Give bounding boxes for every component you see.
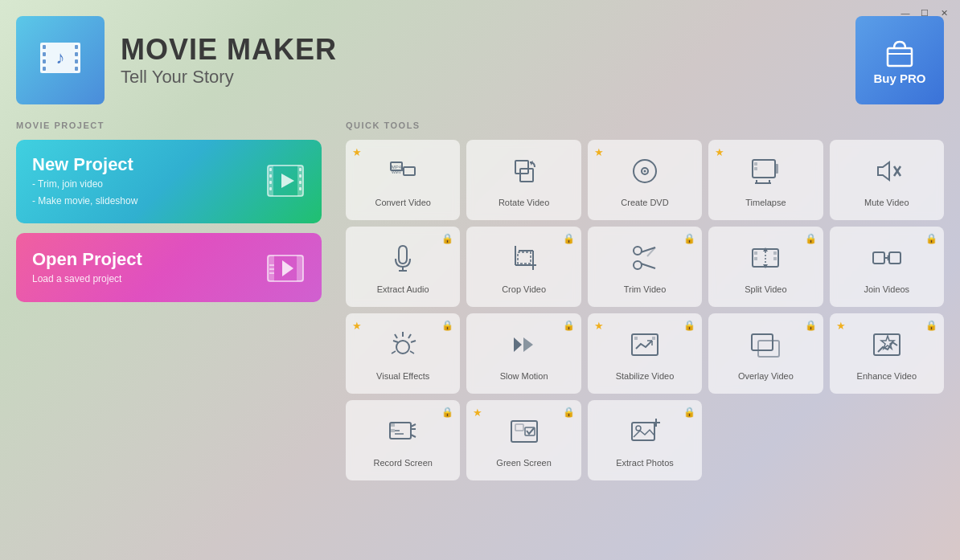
buy-pro-button[interactable]: Buy PRO [855,16,944,104]
star-icon: ★ [594,146,604,158]
enhance-video-icon [872,329,902,366]
enhance-video-label: Enhance Video [857,370,917,382]
svg-rect-17 [269,168,272,171]
tool-overlay-video[interactable]: 🔒Overlay Video [708,313,823,394]
stabilize-video-icon [630,329,660,366]
tool-timelapse[interactable]: ★Timelapse [708,140,823,220]
open-project-button[interactable]: Open Project Load a saved project [16,233,322,302]
svg-rect-84 [634,337,638,340]
svg-rect-7 [75,45,78,49]
tool-create-dvd[interactable]: ★Create DVD [588,140,702,220]
svg-marker-82 [523,337,533,352]
new-project-title: New Project [32,154,137,175]
svg-rect-21 [299,168,302,171]
lock-icon: 🔒 [683,320,695,331]
mute-video-icon [872,156,902,192]
tool-convert-video[interactable]: ★MP4WMVConvert Video [346,140,460,220]
trim-video-icon [630,243,660,279]
app-subtitle: Tell Your Story [121,67,337,88]
tool-split-video[interactable]: 🔒Split Video [708,227,823,307]
timelapse-label: Timelapse [745,197,786,208]
svg-line-80 [410,351,414,354]
tool-record-screen[interactable]: 🔒Record Screen [346,400,460,480]
tool-mute-video[interactable]: Mute Video [830,140,944,220]
lock-icon: 🔒 [805,233,817,244]
svg-rect-88 [752,334,773,350]
svg-marker-25 [281,174,294,188]
lock-icon: 🔒 [925,233,937,244]
green-screen-icon [509,416,539,452]
new-project-icon [265,161,306,202]
overlay-video-label: Overlay Video [738,370,794,382]
svg-rect-4 [43,52,46,56]
svg-rect-23 [299,181,302,184]
mute-video-label: Mute Video [864,197,909,208]
lock-icon: 🔒 [683,407,695,418]
create-dvd-label: Create DVD [621,197,668,208]
svg-rect-28 [297,255,303,281]
tool-crop-video[interactable]: 🔒Crop Video [466,227,581,307]
record-screen-icon [388,416,418,452]
tool-extract-photos[interactable]: 🔒Extract Photos [588,400,702,480]
extract-photos-label: Extract Photos [616,457,674,468]
open-project-desc: Load a saved project [32,272,142,287]
buy-pro-label: Buy PRO [873,72,925,85]
svg-marker-49 [878,162,889,180]
svg-rect-19 [269,181,272,184]
svg-rect-10 [75,67,78,71]
svg-rect-89 [758,341,779,357]
svg-rect-6 [43,67,46,71]
tool-extract-audio[interactable]: 🔒Extract Audio [346,227,460,307]
tool-slow-motion[interactable]: 🔒Slow Motion [466,313,581,394]
slow-motion-icon [509,329,539,366]
new-project-desc1: - Trim, join video [32,177,137,192]
svg-rect-70 [873,252,884,264]
tool-visual-effects[interactable]: ★🔒Visual Effects [346,313,460,394]
split-video-icon [750,243,781,279]
left-panel: MOVIE PROJECT New Project - Trim, join v… [16,121,322,480]
minimize-button[interactable]: — [899,6,912,19]
app-title: MOVIE MAKER [121,33,337,67]
lock-icon: 🔒 [925,320,937,331]
svg-rect-9 [75,59,78,63]
svg-rect-36 [404,167,415,175]
new-project-button[interactable]: New Project - Trim, join video - Make mo… [16,140,322,223]
join-videos-label: Join Videos [864,284,909,295]
star-icon: ★ [352,320,362,332]
svg-rect-8 [75,52,78,56]
tool-stabilize-video[interactable]: ★🔒Stabilize Video [588,313,702,394]
tool-green-screen[interactable]: ★🔒Green Screen [466,400,581,480]
svg-line-78 [395,334,397,338]
header: ♪ MOVIE MAKER Tell Your Story Buy PRO [0,0,960,121]
header-text: MOVIE MAKER Tell Your Story [121,33,337,88]
svg-line-74 [408,334,411,338]
quick-tools-label: QUICK TOOLS [346,121,944,130]
star-icon: ★ [352,146,362,158]
svg-rect-85 [652,337,655,340]
open-project-icon [265,247,306,288]
green-screen-label: Green Screen [496,457,551,468]
svg-point-76 [396,341,409,354]
logo-icon: ♪ [36,36,84,84]
tool-trim-video[interactable]: 🔒Trim Video [588,227,702,307]
svg-marker-81 [514,337,522,352]
visual-effects-icon [388,329,418,366]
open-project-text: Open Project Load a saved project [32,249,142,287]
svg-rect-67 [773,251,777,255]
svg-point-59 [634,261,642,269]
svg-rect-20 [269,187,272,190]
svg-rect-44 [754,167,757,170]
extract-audio-icon [388,243,418,279]
close-button[interactable]: ✕ [937,6,950,19]
timelapse-icon [750,156,781,192]
tool-enhance-video[interactable]: ★🔒Enhance Video [830,313,944,394]
tool-join-videos[interactable]: 🔒Join Videos [830,227,944,307]
convert-video-icon: MP4WMV [388,156,418,192]
record-screen-label: Record Screen [374,457,433,468]
split-video-label: Split Video [745,284,786,295]
lock-icon: 🔒 [441,320,453,331]
svg-rect-22 [299,174,302,178]
tool-rotate-video[interactable]: Rotate Video [466,140,581,220]
maximize-button[interactable]: ☐ [918,6,931,19]
create-dvd-icon [630,156,660,192]
